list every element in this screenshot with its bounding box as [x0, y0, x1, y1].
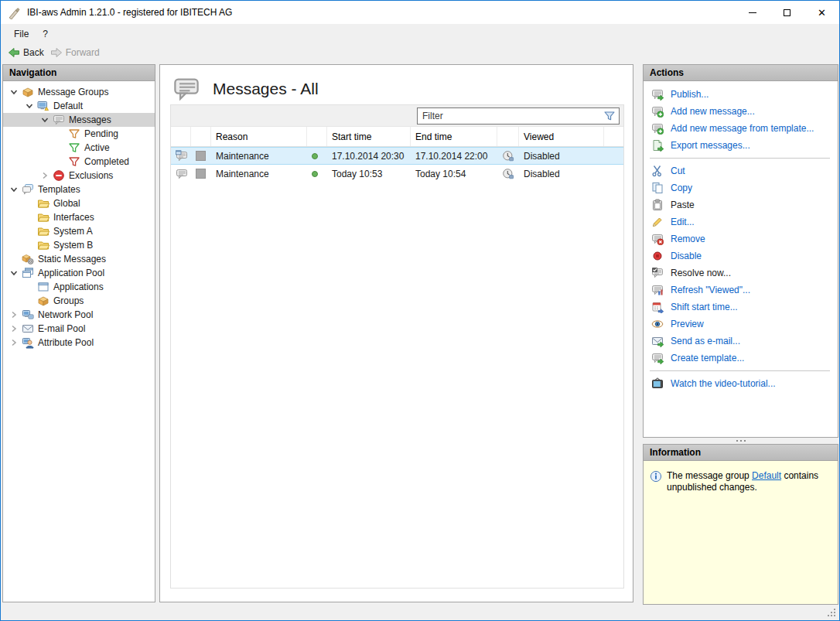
action-disable[interactable]: Disable	[644, 247, 838, 264]
minimize-button[interactable]	[735, 1, 770, 24]
default-group-link[interactable]: Default	[752, 470, 781, 481]
filter-input[interactable]	[417, 107, 620, 125]
action-resolve-now[interactable]: Resolve now...	[644, 264, 838, 281]
nav-item-interfaces[interactable]: Interfaces	[3, 210, 155, 224]
nav-item-groups[interactable]: Groups	[3, 294, 155, 308]
table-row[interactable]: Maintenance 17.10.2014 20:30 17.10.2014 …	[171, 147, 623, 165]
nav-item-static-messages[interactable]: Static Messages	[3, 252, 155, 266]
action-remove[interactable]: Remove	[644, 230, 838, 247]
nav-item-pending[interactable]: Pending	[3, 127, 155, 141]
nav-item-message-groups[interactable]: Message Groups	[3, 85, 155, 99]
action-cut[interactable]: Cut	[644, 162, 838, 179]
cell-reason: Maintenance	[211, 165, 307, 183]
separator	[650, 370, 830, 371]
column-header-icon[interactable]	[171, 127, 191, 146]
action-label: Export messages...	[671, 140, 750, 151]
forward-button[interactable]: Forward	[49, 45, 104, 60]
action-export-messages[interactable]: Export messages...	[644, 137, 838, 154]
chevron-down-icon[interactable]	[23, 100, 36, 112]
nav-item-network-pool[interactable]: Network Pool	[3, 308, 155, 322]
pencil-icon	[651, 216, 664, 228]
column-header-start-time[interactable]: Start time	[327, 127, 411, 146]
nav-item-label: Active	[84, 142, 110, 153]
action-copy[interactable]: Copy	[644, 179, 838, 196]
back-arrow-icon	[8, 46, 20, 59]
action-publish[interactable]: Publish...	[644, 86, 838, 103]
filter-funnel-icon[interactable]	[603, 110, 616, 122]
window-title: IBI-aws Admin 1.21.0 - registered for IB…	[27, 7, 735, 18]
nav-item-label: Attribute Pool	[38, 337, 94, 348]
action-label: Publish...	[671, 89, 709, 100]
chevron-right-icon[interactable]	[39, 169, 51, 182]
tv-icon	[651, 377, 664, 390]
export-icon	[651, 139, 664, 152]
chevron-down-icon[interactable]	[8, 267, 20, 279]
nav-item-email-pool[interactable]: E-mail Pool	[3, 322, 155, 336]
navigation-header: Navigation	[3, 65, 155, 81]
nav-item-label: Messages	[69, 114, 111, 125]
nav-item-default[interactable]: Default	[3, 99, 155, 113]
close-button[interactable]: ✕	[804, 1, 839, 24]
action-label: Edit...	[671, 217, 695, 227]
action-watch-video-tutorial[interactable]: Watch the video-tutorial...	[644, 375, 838, 392]
funnel-orange-icon	[68, 128, 80, 140]
nav-item-global[interactable]: Global	[3, 196, 155, 210]
action-refresh-viewed[interactable]: Refresh "Viewed"...	[644, 281, 838, 299]
chevron-right-icon[interactable]	[8, 336, 20, 349]
nav-item-system-b[interactable]: System B	[3, 238, 155, 252]
nav-item-templates[interactable]: Templates	[3, 183, 155, 196]
action-add-message-from-template[interactable]: Add new message from template...	[644, 120, 838, 137]
templates-icon	[22, 183, 34, 196]
column-header-viewed-icon[interactable]	[497, 127, 519, 146]
nav-item-active[interactable]: Active	[3, 141, 155, 155]
chevron-right-icon[interactable]	[8, 309, 20, 321]
nav-item-application-pool[interactable]: Application Pool	[3, 266, 155, 280]
action-send-as-email[interactable]: Send as e-mail...	[644, 333, 838, 350]
info-text-before: The message group	[667, 470, 752, 481]
maximize-button[interactable]	[770, 1, 804, 24]
action-shift-start-time[interactable]: Shift start time...	[644, 299, 838, 316]
package-icon	[37, 295, 50, 307]
action-edit[interactable]: Edit...	[644, 213, 838, 230]
column-header-icon[interactable]	[191, 127, 211, 146]
nav-item-messages[interactable]: Messages	[3, 113, 155, 127]
panel-splitter[interactable]	[643, 438, 838, 444]
chevron-down-icon[interactable]	[39, 114, 51, 126]
send-email-icon	[651, 335, 664, 347]
color-swatch	[196, 151, 206, 161]
nav-item-system-a[interactable]: System A	[3, 224, 155, 238]
action-label: Shift start time...	[671, 302, 738, 312]
cell-viewed: Disabled	[519, 165, 604, 183]
chevron-down-icon[interactable]	[8, 183, 20, 196]
folder-icon	[37, 211, 50, 223]
chevron-down-icon[interactable]	[8, 86, 20, 98]
action-preview[interactable]: Preview	[644, 316, 838, 333]
message-bubble-icon	[53, 114, 65, 126]
action-paste[interactable]: Paste	[644, 196, 838, 213]
nav-item-completed[interactable]: Completed	[3, 155, 155, 169]
resize-grip-icon[interactable]	[827, 608, 835, 616]
menu-file[interactable]: File	[7, 26, 36, 42]
nav-item-attribute-pool[interactable]: Attribute Pool	[3, 336, 155, 350]
column-header-status[interactable]	[307, 127, 327, 146]
table-row[interactable]: Maintenance Today 10:53 Today 10:54 Disa…	[171, 165, 623, 183]
nav-item-label: Templates	[38, 184, 80, 195]
funnel-green-icon	[68, 142, 80, 154]
add-message-icon	[651, 105, 664, 118]
action-create-template[interactable]: Create template...	[644, 350, 838, 367]
back-button[interactable]: Back	[6, 45, 49, 60]
chevron-right-icon[interactable]	[8, 322, 20, 335]
action-add-new-message[interactable]: Add new message...	[644, 103, 838, 120]
menu-help[interactable]: ?	[36, 26, 55, 42]
scissors-icon	[651, 165, 664, 177]
column-header-reason[interactable]: Reason	[211, 127, 307, 146]
column-header-end-time[interactable]: End time	[411, 127, 497, 146]
column-header-viewed[interactable]: Viewed	[519, 127, 604, 146]
information-text: The message group Default contains unpub…	[667, 470, 831, 604]
app-window: IBI-aws Admin 1.21.0 - registered for IB…	[0, 0, 840, 621]
nav-item-applications[interactable]: Applications	[3, 280, 155, 294]
nav-item-exclusions[interactable]: Exclusions	[3, 169, 155, 183]
person-icon	[22, 336, 34, 349]
table-header: Reason Start time End time Viewed	[171, 127, 623, 147]
title-bar[interactable]: IBI-aws Admin 1.21.0 - registered for IB…	[1, 1, 839, 24]
